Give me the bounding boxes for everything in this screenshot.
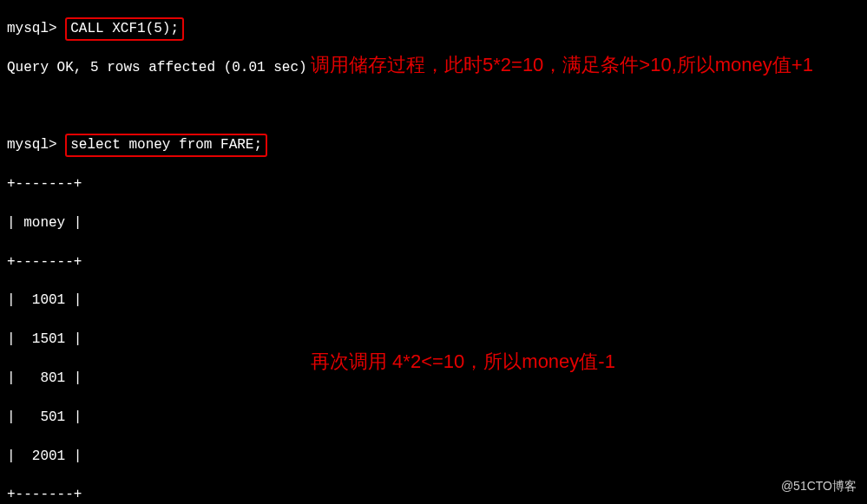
annotation-1: 调用储存过程，此时5*2=10，满足条件>10,所以money值+1 bbox=[311, 50, 831, 79]
table-border: +-------+ bbox=[7, 485, 860, 504]
mysql-prompt: mysql> bbox=[7, 137, 57, 153]
annotation-2: 再次调用 4*2<=10，所以money值-1 bbox=[311, 347, 831, 376]
table-row: | 501 | bbox=[7, 408, 860, 427]
table-border: +-------+ bbox=[7, 252, 860, 272]
watermark: @51CTO博客 bbox=[781, 478, 857, 495]
table-row: | 1001 | bbox=[7, 291, 860, 310]
mysql-prompt: mysql> bbox=[7, 21, 57, 36]
table-row: | 2001 | bbox=[7, 447, 860, 466]
table-border: +-------+ bbox=[7, 174, 860, 193]
command-call-xcf1-5: CALL XCF1(5); bbox=[65, 17, 184, 40]
table-header: | money | bbox=[7, 213, 860, 232]
command-select-money-1: select money from FARE; bbox=[65, 134, 267, 156]
